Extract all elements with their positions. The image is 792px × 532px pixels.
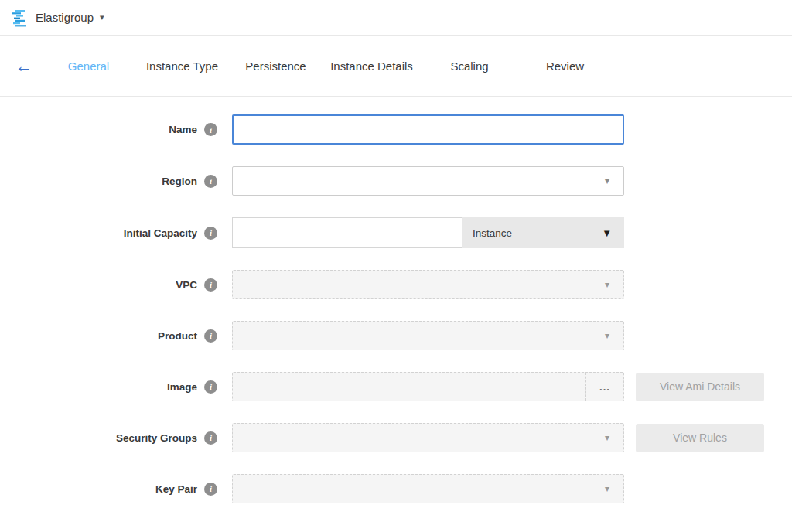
chevron-down-icon: ▾: [605, 484, 609, 493]
region-select[interactable]: ▾: [232, 166, 624, 196]
vpc-info-icon[interactable]: i: [204, 278, 217, 292]
region-label: Region: [162, 176, 197, 187]
security-groups-select: ▾: [232, 423, 624, 452]
tab-instance-details[interactable]: Instance Details: [323, 60, 421, 73]
key-pair-label: Key Pair: [155, 483, 197, 495]
chevron-down-icon: ▼: [602, 228, 612, 238]
wizard-tab-bar: ← General Instance Type Persistence Inst…: [0, 36, 792, 97]
view-ami-details-button[interactable]: View Ami Details: [636, 373, 764, 401]
vpc-row: VPC i ▾: [0, 270, 792, 299]
product-row: Product i ▾: [0, 321, 792, 350]
tab-persistence[interactable]: Persistence: [229, 60, 323, 73]
name-info-icon[interactable]: i: [204, 123, 217, 136]
image-row: Image i ... View Ami Details: [0, 372, 792, 401]
image-label: Image: [167, 381, 197, 393]
wizard-tabs: General Instance Type Persistence Instan…: [42, 60, 612, 73]
product-select: ▾: [232, 321, 624, 350]
general-settings-form: Name i Region i ▾ Initial Capacity i: [0, 97, 792, 503]
security-groups-info-icon[interactable]: i: [204, 431, 217, 445]
region-row: Region i ▾: [0, 166, 792, 196]
key-pair-info-icon[interactable]: i: [204, 483, 217, 496]
back-arrow-icon[interactable]: ←: [15, 57, 32, 75]
name-label: Name: [169, 124, 197, 135]
app-title: Elastigroup: [36, 11, 94, 24]
chevron-down-icon: ▾: [605, 176, 609, 186]
tab-general[interactable]: General: [42, 60, 135, 73]
vpc-select: ▾: [232, 270, 624, 299]
tab-instance-type[interactable]: Instance Type: [135, 60, 229, 73]
app-switcher-caret-icon[interactable]: ▾: [100, 13, 104, 22]
initial-capacity-row: Initial Capacity i Instance ▼: [0, 217, 792, 248]
name-row: Name i: [0, 114, 792, 145]
chevron-down-icon: ▾: [605, 433, 609, 442]
product-info-icon[interactable]: i: [204, 329, 217, 343]
top-bar: Elastigroup ▾: [0, 0, 792, 36]
initial-capacity-input[interactable]: [232, 217, 462, 248]
image-browse-button[interactable]: ...: [585, 373, 623, 401]
security-groups-row: Security Groups i ▾ View Rules: [0, 423, 792, 452]
view-rules-button[interactable]: View Rules: [636, 424, 764, 452]
capacity-unit-value: Instance: [473, 227, 512, 239]
capacity-unit-select[interactable]: Instance ▼: [462, 217, 624, 248]
chevron-down-icon: ▾: [605, 280, 609, 289]
initial-capacity-label: Initial Capacity: [124, 227, 197, 239]
initial-capacity-info-icon[interactable]: i: [204, 227, 217, 240]
image-input: ...: [232, 372, 624, 401]
vpc-label: VPC: [176, 279, 197, 291]
tab-scaling[interactable]: Scaling: [421, 60, 518, 73]
elastigroup-logo-icon: [11, 9, 29, 27]
key-pair-select: ▾: [232, 474, 624, 503]
region-info-icon[interactable]: i: [204, 175, 217, 188]
name-input[interactable]: [232, 114, 624, 145]
security-groups-label: Security Groups: [116, 432, 197, 444]
chevron-down-icon: ▾: [605, 331, 609, 340]
tab-review[interactable]: Review: [518, 60, 612, 73]
product-label: Product: [158, 330, 197, 342]
key-pair-row: Key Pair i ▾: [0, 474, 792, 503]
image-info-icon[interactable]: i: [204, 380, 217, 394]
